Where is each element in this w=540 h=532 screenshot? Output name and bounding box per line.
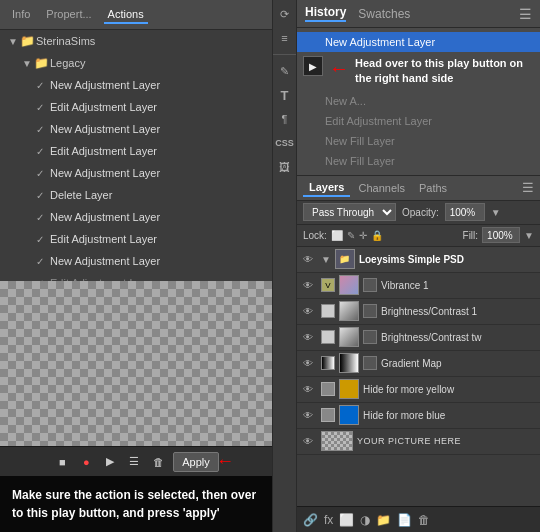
list-item[interactable]: ✓ New Adjustment Layer [0, 118, 272, 140]
image-icon[interactable]: 🖼 [275, 157, 295, 177]
adjustment-add-icon[interactable]: ◑ [360, 513, 370, 527]
layer-row[interactable]: 👁 Brightness/Contrast tw [297, 325, 540, 351]
mask-icon [363, 278, 377, 292]
layer-name: Brightness/Contrast 1 [381, 306, 534, 317]
check-icon: ✓ [36, 168, 50, 179]
list-item[interactable]: ✓ Edit Adjustment Layer [0, 96, 272, 118]
action-menu-button[interactable]: ☰ [125, 453, 143, 471]
tab-channels[interactable]: Channels [352, 180, 410, 196]
history-header: History Swatches ☰ [297, 0, 540, 28]
eye-icon[interactable]: 👁 [303, 280, 317, 291]
history-entry-3[interactable]: Edit Adjustment Layer [297, 111, 540, 131]
tab-swatches[interactable]: Swatches [358, 7, 410, 21]
arrow-expand-icon[interactable]: ▼ [321, 254, 331, 265]
type-icon[interactable]: T [275, 85, 295, 105]
mask-icon [363, 330, 377, 344]
layer-row[interactable]: 👁 YOUR PICTURE HERE [297, 429, 540, 455]
delete-layer-icon[interactable]: 🗑 [418, 513, 430, 527]
history-entry-5[interactable]: New Fill Layer [297, 151, 540, 171]
layer-row[interactable]: 👁 Hide for more blue [297, 403, 540, 429]
eye-icon[interactable]: 👁 [303, 436, 317, 447]
layers-list: 👁 ▼ 📁 Loeysims Simple PSD 👁 V Vibrance 1 [297, 247, 540, 506]
tree-group-sterina[interactable]: ▼ 📁 SterinaSims [0, 30, 272, 52]
layers-section: Layers Channels Paths ☰ Pass Through Nor… [297, 175, 540, 532]
panel-menu-button[interactable]: ☰ [519, 6, 532, 22]
tab-layers[interactable]: Layers [303, 179, 350, 197]
lock-label: Lock: [303, 230, 327, 241]
layer-row[interactable]: 👁 Hide for more yellow [297, 377, 540, 403]
tab-paths[interactable]: Paths [413, 180, 453, 196]
lock-row: Lock: ⬜ ✎ ✛ 🔒 Fill: ▼ [297, 225, 540, 247]
list-item[interactable]: ✓ Edit Adjustment Layer [0, 272, 272, 281]
eye-icon[interactable]: 👁 [303, 332, 317, 343]
delete-action-button[interactable]: 🗑 [149, 453, 167, 471]
adjustment-icon [321, 330, 335, 344]
layer-thumb [339, 327, 359, 347]
check-icon: ✓ [36, 124, 50, 135]
history-entry-1[interactable]: New Adjustment Layer [297, 32, 540, 52]
brush-icon[interactable]: ≡ [275, 28, 295, 48]
adjustment-icon [321, 304, 335, 318]
layer-row[interactable]: 👁 Gradient Map [297, 351, 540, 377]
list-item[interactable]: ✓ New Adjustment Layer [0, 206, 272, 228]
eye-icon[interactable]: 👁 [303, 410, 317, 421]
lock-transparent-icon[interactable]: ⬜ [331, 230, 343, 241]
instruction-box: Make sure the action is selected, then o… [0, 476, 272, 532]
history-icon[interactable]: ⟳ [275, 4, 295, 24]
layer-row[interactable]: 👁 Brightness/Contrast 1 [297, 299, 540, 325]
apply-button[interactable]: Apply [173, 452, 219, 472]
check-icon: ✓ [36, 212, 50, 223]
list-item[interactable]: ✓ New Adjustment Layer [0, 162, 272, 184]
layer-row[interactable]: 👁 V Vibrance 1 [297, 273, 540, 299]
eye-icon[interactable]: 👁 [303, 306, 317, 317]
record-button[interactable]: ● [77, 453, 95, 471]
list-item[interactable]: ✓ Edit Adjustment Layer [0, 228, 272, 250]
layer-icon [321, 382, 335, 396]
mask-add-icon[interactable]: ⬜ [339, 513, 354, 527]
layer-name: Hide for more blue [363, 410, 534, 421]
layer-row[interactable]: 👁 ▼ 📁 Loeysims Simple PSD [297, 247, 540, 273]
group-add-icon[interactable]: 📁 [376, 513, 391, 527]
play-button[interactable]: ▶ [101, 453, 119, 471]
eye-icon[interactable]: 👁 [303, 358, 317, 369]
fill-input[interactable] [482, 227, 520, 243]
tree-group-legacy[interactable]: ▼ 📁 Legacy [0, 52, 272, 74]
actions-toolbar: ■ ● ▶ ☰ 🗑 Apply ← [0, 446, 272, 476]
fx-icon[interactable]: fx [324, 513, 333, 527]
paragraph-icon[interactable]: ¶ [275, 109, 295, 129]
opacity-input[interactable] [445, 203, 485, 221]
tab-history[interactable]: History [305, 5, 346, 22]
lock-artboard-icon[interactable]: 🔒 [371, 230, 383, 241]
check-icon: ✓ [36, 256, 50, 267]
play-button-large[interactable]: ▶ [303, 56, 323, 76]
subgroup-label: Legacy [50, 57, 272, 69]
blend-mode-select[interactable]: Pass Through Normal Multiply [303, 203, 396, 221]
link-icon[interactable]: 🔗 [303, 513, 318, 527]
lock-image-icon[interactable]: ✎ [347, 230, 355, 241]
layers-menu-button[interactable]: ☰ [522, 180, 534, 195]
group-label: SterinaSims [36, 35, 272, 47]
eye-icon[interactable]: 👁 [303, 384, 317, 395]
css-icon[interactable]: CSS [275, 133, 295, 153]
list-item[interactable]: ✓ New Adjustment Layer [0, 74, 272, 96]
tab-properties[interactable]: Propert... [42, 6, 95, 24]
layer-name: Hide for more yellow [363, 384, 534, 395]
stop-button[interactable]: ■ [53, 453, 71, 471]
history-entry-2[interactable]: New A... [297, 91, 540, 111]
lock-position-icon[interactable]: ✛ [359, 230, 367, 241]
tab-info[interactable]: Info [8, 6, 34, 24]
list-item[interactable]: ✓ Edit Adjustment Layer [0, 140, 272, 162]
mask-icon [363, 304, 377, 318]
new-layer-icon[interactable]: 📄 [397, 513, 412, 527]
history-entry-4[interactable]: New Fill Layer [297, 131, 540, 151]
tab-actions[interactable]: Actions [104, 6, 148, 24]
list-item[interactable]: ✓ New Adjustment Layer [0, 250, 272, 272]
layer-thumb [339, 379, 359, 399]
divider [273, 54, 296, 55]
eraser-icon[interactable]: ✎ [275, 61, 295, 81]
instruction-text: Make sure the action is selected, then o… [12, 488, 256, 520]
layer-thumb [339, 405, 359, 425]
eye-icon[interactable]: 👁 [303, 254, 317, 265]
arrow-icon: ▼ [8, 36, 20, 47]
list-item[interactable]: ✓ Delete Layer [0, 184, 272, 206]
